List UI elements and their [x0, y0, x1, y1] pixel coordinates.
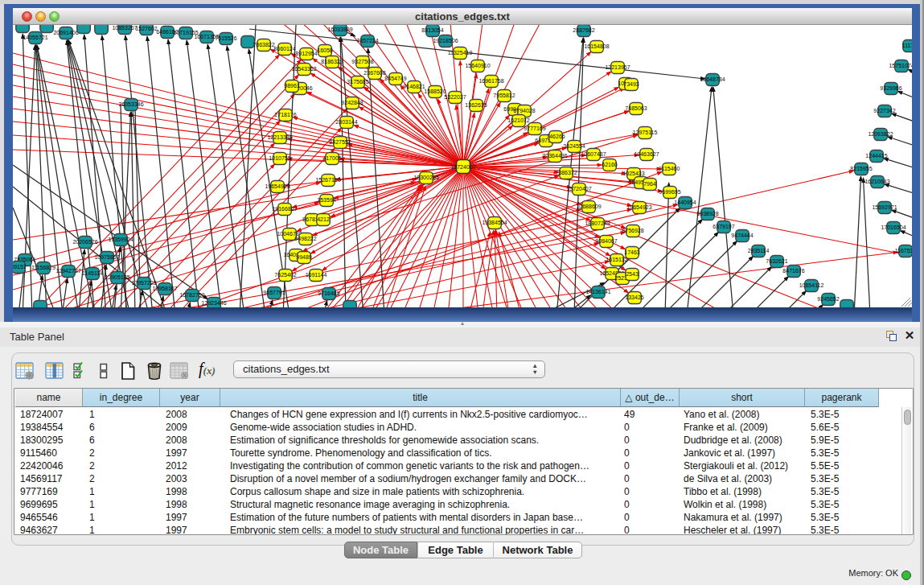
svg-text:8660124: 8660124 [273, 46, 295, 51]
svg-text:20691406: 20691406 [53, 30, 78, 35]
svg-text:14136141: 14136141 [585, 289, 610, 295]
svg-text:9115460: 9115460 [659, 166, 680, 171]
svg-text:3624554: 3624554 [563, 143, 585, 149]
svg-text:9146821: 9146821 [403, 84, 425, 89]
svg-text:1527602: 1527602 [135, 26, 157, 31]
svg-text:15692971: 15692971 [872, 204, 897, 210]
svg-text:19218506: 19218506 [433, 38, 458, 43]
svg-text:7625402: 7625402 [274, 272, 296, 278]
svg-text:19654923: 19654923 [626, 204, 651, 210]
svg-text:39157: 39157 [13, 264, 27, 270]
svg-text:9777169: 9777169 [524, 126, 545, 131]
svg-text:11156829: 11156829 [31, 265, 55, 270]
svg-text:15751074: 15751074 [889, 63, 912, 68]
svg-text:16543362: 16543362 [291, 66, 316, 72]
svg-text:1615132: 1615132 [606, 257, 627, 262]
svg-text:9657791: 9657791 [263, 290, 285, 295]
svg-text:12213967: 12213967 [605, 64, 630, 70]
svg-text:9699695: 9699695 [659, 189, 680, 195]
svg-text:1010755: 1010755 [269, 155, 290, 161]
svg-text:16782759: 16782759 [179, 292, 204, 298]
svg-text:1621072: 1621072 [507, 117, 529, 123]
svg-text:19463627: 19463627 [634, 151, 659, 157]
svg-text:5322037: 5322037 [444, 94, 466, 100]
svg-text:9227342: 9227342 [873, 108, 895, 113]
svg-text:17957225: 17957225 [131, 280, 156, 286]
svg-text:1440954: 1440954 [674, 200, 696, 205]
svg-text:10607487: 10607487 [581, 151, 606, 157]
svg-text:12093822: 12093822 [868, 131, 893, 137]
svg-text:17463: 17463 [624, 249, 640, 255]
svg-text:16154808: 16154808 [584, 43, 609, 49]
svg-text:9084067: 9084067 [595, 238, 617, 244]
svg-text:17359924: 17359924 [108, 237, 133, 242]
svg-text:10958107: 10958107 [152, 286, 177, 291]
svg-text:10688609: 10688609 [576, 204, 601, 209]
svg-text:1167534: 1167534 [895, 248, 912, 253]
svg-text:15720407: 15720407 [566, 186, 591, 192]
svg-text:2887682: 2887682 [573, 27, 594, 33]
svg-text:1025433: 1025433 [622, 171, 644, 176]
svg-text:10853267: 10853267 [112, 25, 137, 31]
svg-text:3175685: 3175685 [347, 79, 368, 84]
svg-text:16058: 16058 [317, 47, 333, 53]
svg-text:19166827: 19166827 [272, 206, 297, 212]
svg-text:7955812: 7955812 [493, 93, 515, 98]
svg-text:153594: 153594 [317, 197, 335, 203]
svg-text:9242848: 9242848 [341, 100, 363, 105]
svg-text:1145114: 1145114 [82, 270, 103, 276]
svg-text:9329966: 9329966 [880, 85, 901, 91]
svg-text:2367608: 2367608 [363, 70, 385, 76]
svg-text:9245652: 9245652 [817, 296, 839, 302]
svg-text:15640910: 15640910 [465, 63, 490, 68]
svg-text:17016504: 17016504 [881, 225, 906, 230]
svg-text:9498222: 9498222 [294, 236, 316, 241]
svg-text:15267150: 15267150 [315, 177, 340, 183]
svg-text:16210643: 16210643 [864, 179, 889, 184]
svg-text:18724007: 18724007 [450, 164, 475, 170]
svg-text:9716485: 9716485 [318, 290, 339, 296]
svg-text:4212: 4212 [317, 216, 330, 222]
svg-text:8471676: 8471676 [782, 268, 804, 274]
svg-text:8186323: 8186323 [321, 59, 343, 64]
svg-text:19654923: 19654923 [265, 183, 290, 189]
svg-text:7515526: 7515526 [215, 35, 236, 41]
svg-text:7632621: 7632621 [766, 258, 787, 264]
svg-text:2718176: 2718176 [274, 112, 296, 117]
svg-text:1362615: 1362615 [465, 102, 487, 108]
svg-text:8427552: 8427552 [329, 139, 351, 145]
svg-text:19384554: 19384554 [482, 220, 507, 225]
svg-text:746266: 746266 [546, 134, 565, 139]
svg-text:7964: 7964 [643, 181, 656, 187]
svg-text:6794028: 6794028 [513, 108, 535, 113]
svg-text:8454749: 8454749 [384, 76, 406, 81]
svg-text:417005: 417005 [322, 155, 341, 161]
svg-text:9474444: 9474444 [731, 233, 753, 238]
svg-text:14055721: 14055721 [23, 35, 47, 40]
svg-text:6379197: 6379197 [713, 224, 734, 229]
svg-text:20364436: 20364436 [542, 153, 567, 159]
svg-text:12905135: 12905135 [105, 274, 129, 280]
svg-text:62160: 62160 [602, 162, 618, 167]
svg-text:7357224: 7357224 [356, 38, 378, 43]
svg-text:11172: 11172 [902, 43, 912, 48]
svg-text:73493: 73493 [623, 81, 639, 87]
svg-text:10654112: 10654112 [799, 282, 824, 288]
svg-text:8813054: 8813054 [421, 27, 443, 33]
svg-text:12213389: 12213389 [267, 134, 292, 140]
svg-text:2803144: 2803144 [335, 119, 357, 125]
svg-text:98961: 98961 [284, 83, 300, 89]
svg-text:7386372: 7386372 [555, 170, 577, 175]
svg-text:18807249: 18807249 [585, 220, 610, 226]
svg-text:12923446: 12923446 [201, 300, 226, 306]
svg-text:12942737: 12942737 [55, 268, 80, 274]
svg-text:133426: 133426 [625, 295, 643, 300]
svg-text:26053346: 26053346 [118, 101, 143, 107]
svg-text:12975115: 12975115 [633, 130, 658, 135]
svg-text:10975867: 10975867 [94, 254, 119, 260]
svg-text:11325419: 11325419 [448, 50, 473, 56]
svg-text:1244415: 1244415 [865, 153, 887, 159]
svg-text:2935114: 2935114 [748, 248, 770, 253]
svg-text:8912954: 8912954 [295, 51, 317, 56]
svg-text:16961758: 16961758 [478, 78, 503, 84]
